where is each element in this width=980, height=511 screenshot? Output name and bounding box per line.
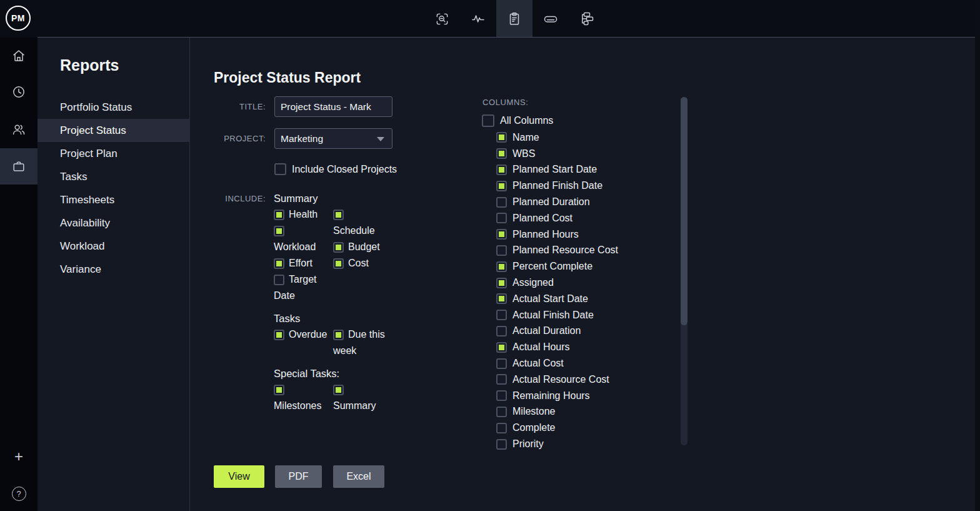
- checkbox[interactable]: [496, 358, 507, 369]
- column-option-name[interactable]: Name: [496, 129, 618, 146]
- checkbox[interactable]: [274, 330, 284, 340]
- checkbox[interactable]: [496, 342, 507, 353]
- option-label: Cost: [348, 258, 369, 269]
- column-option-actual-start-date[interactable]: Actual Start Date: [496, 291, 618, 307]
- checkbox[interactable]: [496, 261, 507, 272]
- checkbox[interactable]: [274, 210, 284, 220]
- include-option-target-date[interactable]: TargetDate: [274, 271, 333, 304]
- sidebar-item-projects[interactable]: [0, 148, 38, 185]
- all-columns-checkbox[interactable]: [482, 114, 494, 127]
- include-option-cost[interactable]: Cost: [333, 255, 392, 271]
- title-input[interactable]: [274, 96, 392, 117]
- checkbox[interactable]: [496, 181, 507, 191]
- sidebar-item-time[interactable]: [0, 74, 38, 110]
- column-option-planned-finish-date[interactable]: Planned Finish Date: [496, 178, 618, 194]
- checkbox[interactable]: [496, 132, 507, 143]
- column-option-remaining-hours[interactable]: Remaining Hours: [496, 388, 618, 404]
- checkbox[interactable]: [274, 385, 284, 395]
- column-option-complete[interactable]: Complete: [496, 420, 618, 436]
- sidebar-item-availability[interactable]: Availability: [38, 211, 190, 235]
- column-option-percent-complete[interactable]: Percent Complete: [496, 258, 618, 275]
- column-option-actual-finish-date[interactable]: Actual Finish Date: [496, 307, 618, 323]
- column-option-milestone[interactable]: Milestone: [496, 404, 618, 420]
- pdf-button[interactable]: PDF: [275, 465, 322, 488]
- column-option-actual-cost[interactable]: Actual Cost: [496, 355, 618, 372]
- checkbox[interactable]: [333, 242, 344, 253]
- columns-scrollbar-thumb[interactable]: [681, 97, 688, 325]
- excel-button[interactable]: Excel: [333, 465, 384, 488]
- include-option-workload[interactable]: Workload: [274, 223, 333, 255]
- checkbox[interactable]: [274, 226, 284, 236]
- column-option-actual-duration[interactable]: Actual Duration: [496, 323, 618, 340]
- checkbox[interactable]: [496, 439, 507, 450]
- checkbox[interactable]: [496, 407, 507, 417]
- checkbox[interactable]: [333, 210, 344, 220]
- include-options: SummaryHealthWorkloadEffortTargetDateSch…: [274, 191, 461, 414]
- include-option-budget[interactable]: Budget: [333, 239, 392, 255]
- checkbox[interactable]: [274, 275, 284, 285]
- sidebar-item-tasks[interactable]: Tasks: [38, 165, 190, 188]
- column-option-actual-hours[interactable]: Actual Hours: [496, 339, 618, 355]
- checkbox[interactable]: [496, 374, 507, 385]
- include-option-due-this-week[interactable]: Due thisweek: [333, 326, 392, 359]
- zoom-search-tab[interactable]: [424, 0, 460, 38]
- column-option-assigned[interactable]: Assigned: [496, 275, 618, 291]
- column-option-wbs[interactable]: WBS: [496, 146, 618, 162]
- include-option-milestones[interactable]: Milestones: [274, 382, 333, 414]
- checkbox[interactable]: [333, 330, 344, 340]
- checkbox[interactable]: [496, 390, 507, 401]
- sidebar-item-project-status[interactable]: Project Status: [38, 119, 190, 142]
- include-option-schedule[interactable]: Schedule: [333, 206, 392, 239]
- column-option-planned-duration[interactable]: Planned Duration: [496, 194, 618, 210]
- sidebar-item-timesheets[interactable]: Timesheets: [38, 188, 190, 211]
- sidebar-item-team[interactable]: [0, 111, 38, 148]
- help-icon: ?: [12, 487, 26, 501]
- reports-tab[interactable]: [496, 0, 532, 38]
- include-closed-checkbox[interactable]: [274, 163, 286, 175]
- column-label: Complete: [512, 422, 555, 433]
- sidebar-item-home[interactable]: [0, 38, 38, 74]
- checkbox[interactable]: [274, 258, 284, 269]
- include-option-health[interactable]: Health: [274, 206, 333, 223]
- timeline-tab[interactable]: [532, 0, 569, 38]
- include-option-overdue[interactable]: Overdue: [274, 326, 333, 343]
- sidebar-item-project-plan[interactable]: Project Plan: [38, 142, 190, 165]
- checkbox[interactable]: [333, 258, 344, 269]
- sidebar-item-variance[interactable]: Variance: [38, 258, 190, 281]
- gantt-blocks-icon: [579, 11, 594, 26]
- activity-tab[interactable]: [460, 0, 496, 38]
- checkbox[interactable]: [496, 164, 507, 175]
- checkbox[interactable]: [496, 423, 507, 433]
- project-select[interactable]: Marketing: [274, 128, 392, 149]
- checkbox[interactable]: [496, 197, 507, 208]
- checkbox[interactable]: [496, 245, 507, 256]
- gantt-tab[interactable]: [569, 0, 605, 38]
- column-option-planned-cost[interactable]: Planned Cost: [496, 210, 618, 226]
- include-option-summary[interactable]: Summary: [333, 382, 392, 414]
- option-label: Workload: [274, 239, 333, 255]
- column-option-planned-start-date[interactable]: Planned Start Date: [496, 162, 618, 178]
- add-button[interactable]: +: [0, 438, 38, 475]
- all-columns-option[interactable]: All Columns: [482, 114, 553, 127]
- include-closed-projects[interactable]: Include Closed Projects: [274, 163, 397, 175]
- help-button[interactable]: ?: [0, 475, 38, 511]
- include-option-effort[interactable]: Effort: [274, 255, 333, 271]
- sidebar-item-workload[interactable]: Workload: [38, 235, 190, 258]
- checkbox[interactable]: [496, 229, 507, 240]
- view-button[interactable]: View: [214, 465, 264, 488]
- column-label: Actual Resource Cost: [512, 374, 609, 385]
- checkbox[interactable]: [496, 278, 507, 288]
- column-label: Milestone: [512, 406, 555, 417]
- checkbox[interactable]: [333, 385, 344, 395]
- column-option-planned-hours[interactable]: Planned Hours: [496, 226, 618, 243]
- column-option-actual-resource-cost[interactable]: Actual Resource Cost: [496, 372, 618, 388]
- checkbox[interactable]: [496, 310, 507, 320]
- include-label: INCLUDE:: [203, 194, 266, 203]
- column-option-priority[interactable]: Priority: [496, 436, 618, 452]
- checkbox[interactable]: [496, 293, 507, 304]
- checkbox[interactable]: [496, 148, 507, 159]
- checkbox[interactable]: [496, 326, 507, 336]
- sidebar-item-portfolio-status[interactable]: Portfolio Status: [38, 96, 190, 119]
- checkbox[interactable]: [496, 213, 507, 223]
- column-option-planned-resource-cost[interactable]: Planned Resource Cost: [496, 243, 618, 259]
